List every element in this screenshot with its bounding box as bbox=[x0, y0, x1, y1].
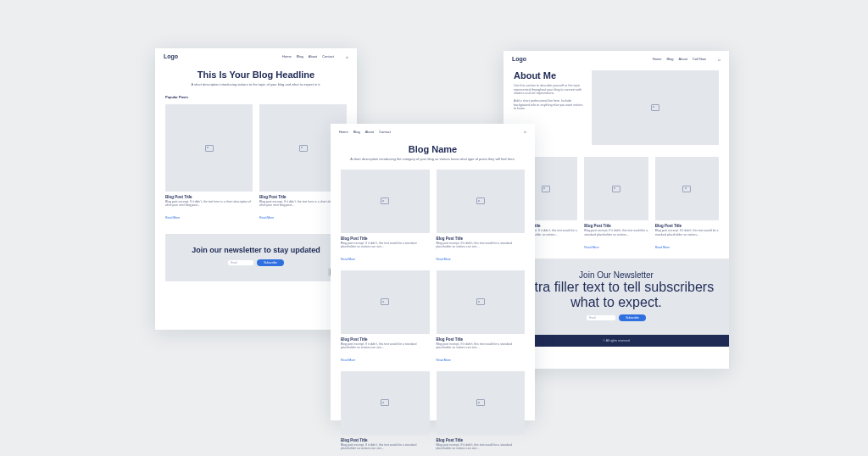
logo[interactable]: Logo bbox=[164, 53, 178, 59]
read-more-link[interactable]: Read More bbox=[437, 359, 451, 362]
post-card[interactable]: Blog Post Title Blog post excerpt. If it… bbox=[165, 104, 253, 222]
nav-item-about[interactable]: About bbox=[365, 130, 374, 134]
image-icon bbox=[542, 186, 550, 192]
post-grid: Blog Post Title Blog post excerpt. If it… bbox=[504, 153, 729, 259]
newsletter-block: Join Our Newsletter Extra filler text to… bbox=[504, 259, 729, 335]
nav-item-home[interactable]: Home bbox=[282, 54, 292, 58]
post-title: Blog Post Title bbox=[341, 236, 430, 241]
post-excerpt: Blog post excerpt. If it didn't, this te… bbox=[437, 342, 526, 349]
image-placeholder bbox=[341, 170, 430, 233]
image-icon bbox=[205, 145, 214, 152]
read-more-link[interactable]: Read More bbox=[259, 216, 274, 220]
nav-item-contact[interactable]: Contact bbox=[379, 130, 391, 134]
newsletter-heading: Join our newsletter to stay updated bbox=[174, 246, 338, 254]
section-label: Popular Posts bbox=[155, 92, 357, 101]
hero: This Is Your Blog Headline A short descr… bbox=[155, 63, 357, 92]
about-paragraph: Add a short professional bio here. Inclu… bbox=[514, 99, 583, 111]
about-paragraph: Use this section to describe yourself or… bbox=[514, 84, 583, 96]
read-more-link[interactable]: Read More bbox=[341, 359, 355, 362]
read-more-link[interactable]: Read More bbox=[655, 246, 670, 249]
post-card[interactable]: Blog Post Title Blog post excerpt. If it… bbox=[437, 371, 526, 456]
template-blog-list: Home Blog About Contact ⌕ Blog Name A sh… bbox=[331, 124, 535, 420]
image-icon bbox=[612, 186, 620, 192]
post-excerpt: Blog post excerpt. If it didn't, this te… bbox=[437, 242, 526, 248]
post-card[interactable]: Blog Post Title Blog post excerpt. If it… bbox=[437, 170, 526, 264]
read-more-link[interactable]: Read More bbox=[437, 258, 451, 261]
image-icon bbox=[682, 186, 691, 192]
image-placeholder bbox=[655, 157, 719, 220]
post-title: Blog Post Title bbox=[437, 438, 526, 442]
post-title: Blog Post Title bbox=[437, 337, 526, 342]
image-placeholder bbox=[341, 371, 430, 435]
nav-item-contact[interactable]: Contact bbox=[322, 54, 334, 58]
post-excerpt: Blog post excerpt. If it didn't, the tex… bbox=[165, 200, 253, 207]
image-icon bbox=[381, 197, 389, 204]
read-more-link[interactable]: Read More bbox=[165, 216, 180, 220]
search-icon[interactable]: ⌕ bbox=[718, 57, 721, 62]
image-icon bbox=[381, 399, 389, 406]
nav: Home Blog About Contact bbox=[339, 130, 391, 134]
newsletter-heading: Join Our Newsletter bbox=[512, 270, 721, 280]
nav-item-blog[interactable]: Blog bbox=[297, 54, 303, 58]
post-title: Blog Post Title bbox=[165, 195, 253, 199]
nav: Home Blog About Call Now bbox=[653, 57, 706, 61]
nav-item-blog[interactable]: Blog bbox=[667, 57, 674, 61]
nav-item-about[interactable]: About bbox=[679, 57, 687, 61]
post-excerpt: Blog post excerpt. If it didn't, this te… bbox=[437, 443, 526, 450]
email-input[interactable]: Email bbox=[587, 315, 615, 320]
image-icon bbox=[476, 399, 485, 406]
nav-item-home[interactable]: Home bbox=[653, 57, 662, 61]
post-grid: Blog Post Title Blog post excerpt. If it… bbox=[331, 166, 535, 456]
page-headline: Blog Name bbox=[346, 144, 520, 154]
post-excerpt: Blog post excerpt. If it didn't, this te… bbox=[341, 443, 430, 450]
read-more-link[interactable]: Read More bbox=[584, 246, 598, 249]
footer: © All rights reserved bbox=[504, 335, 729, 347]
post-excerpt: Blog post excerpt. If it didn't, this te… bbox=[584, 229, 648, 236]
image-icon bbox=[299, 145, 308, 152]
image-placeholder bbox=[584, 157, 648, 220]
logo[interactable]: Logo bbox=[512, 56, 526, 62]
post-card[interactable]: Blog Post Title Blog post excerpt. If it… bbox=[584, 157, 648, 252]
nav-item-about[interactable]: About bbox=[309, 54, 317, 58]
about-heading: About Me bbox=[514, 70, 583, 81]
image-icon bbox=[381, 298, 389, 305]
header: Home Blog About Contact ⌕ bbox=[331, 124, 535, 137]
nav-item-blog[interactable]: Blog bbox=[353, 130, 360, 134]
post-title: Blog Post Title bbox=[584, 224, 648, 228]
post-title: Blog Post Title bbox=[341, 438, 430, 442]
image-icon bbox=[476, 298, 485, 305]
post-grid: Blog Post Title Blog post excerpt. If it… bbox=[155, 101, 357, 229]
image-placeholder bbox=[437, 270, 526, 334]
image-icon bbox=[651, 104, 659, 111]
newsletter-block: Join our newsletter to stay updated Emai… bbox=[165, 234, 347, 281]
subscribe-button[interactable]: Subscribe bbox=[619, 314, 646, 321]
search-icon[interactable]: ⌕ bbox=[524, 129, 526, 134]
header: Logo Home Blog About Call Now ⌕ bbox=[504, 51, 729, 65]
search-icon[interactable]: ⌕ bbox=[346, 54, 348, 59]
header: Logo Home Blog About Contact ⌕ bbox=[155, 48, 357, 63]
nav-item-home[interactable]: Home bbox=[339, 130, 348, 134]
newsletter-sub: Extra filler text to tell subscribers wh… bbox=[512, 280, 721, 310]
post-card[interactable]: Blog Post Title Blog post excerpt. If it… bbox=[341, 270, 430, 364]
page-headline: This Is Your Blog Headline bbox=[170, 70, 342, 80]
email-input[interactable]: Email bbox=[228, 260, 253, 265]
subscribe-button[interactable]: Subscribe bbox=[257, 259, 284, 266]
template-blog-home: Logo Home Blog About Contact ⌕ This Is Y… bbox=[155, 48, 357, 330]
post-excerpt: Blog post excerpt. If it didn't, this te… bbox=[341, 242, 430, 248]
post-card[interactable]: Blog Post Title Blog post excerpt. If it… bbox=[341, 170, 430, 264]
image-icon bbox=[476, 197, 485, 204]
image-placeholder bbox=[437, 170, 526, 233]
post-excerpt: Blog post excerpt. If it didn't, this te… bbox=[341, 342, 430, 349]
image-placeholder bbox=[165, 104, 253, 192]
read-more-link[interactable]: Read More bbox=[341, 258, 355, 261]
template-about: Logo Home Blog About Call Now ⌕ About Me… bbox=[504, 51, 729, 369]
post-card[interactable]: Blog Post Title Blog post excerpt. If it… bbox=[437, 270, 526, 364]
post-card[interactable]: Blog Post Title Blog post excerpt. If it… bbox=[341, 371, 430, 456]
post-title: Blog Post Title bbox=[655, 224, 719, 228]
image-placeholder bbox=[341, 270, 430, 334]
post-card[interactable]: Blog Post Title Blog post excerpt. If it… bbox=[655, 157, 719, 252]
nav: Home Blog About Contact bbox=[282, 54, 334, 58]
hero: Blog Name A short description introducin… bbox=[331, 137, 535, 166]
image-placeholder bbox=[592, 70, 719, 145]
nav-item-cta[interactable]: Call Now bbox=[693, 57, 706, 61]
